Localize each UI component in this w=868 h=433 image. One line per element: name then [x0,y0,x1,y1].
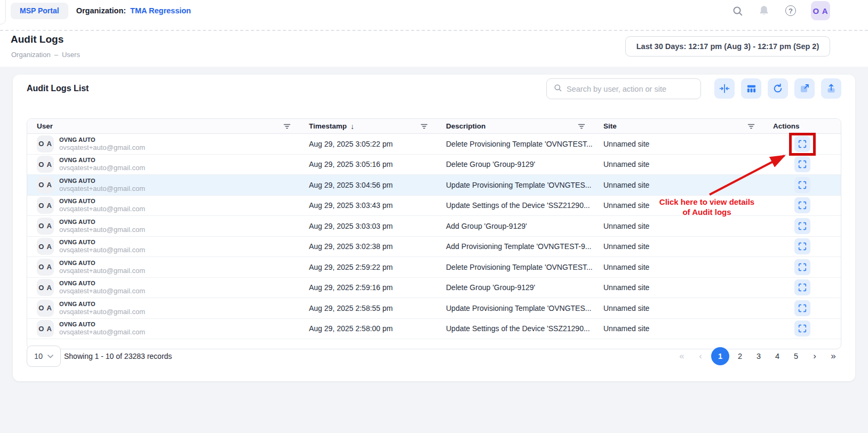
filter-icon[interactable] [747,123,755,130]
column-header-actions: Actions [763,119,841,133]
showing-records-text: Showing 1 - 10 of 23283 records [64,346,172,367]
OVNG AUTO[interactable]: O A OVNG AUTO ovsqatest+auto@gmail.com A… [27,216,841,237]
user-name: OVNG AUTO [59,238,145,246]
view-details-button[interactable] [794,259,810,275]
column-header-user[interactable]: User [27,119,299,133]
fit-columns-button[interactable] [714,78,735,99]
user-name: OVNG AUTO [59,197,145,205]
user-cell: O A OVNG AUTO ovsqatest+auto@gmail.com [27,155,299,175]
page-size-select[interactable]: 10 [27,346,61,367]
OVNG AUTO[interactable]: O A OVNG AUTO ovsqatest+auto@gmail.com A… [27,134,841,155]
actions-cell [763,216,841,236]
column-header-timestamp[interactable]: Timestamp ↓ [299,119,436,133]
site-cell: Unnamed site [594,278,763,298]
OVNG AUTO[interactable]: O A OVNG AUTO ovsqatest+auto@gmail.com A… [27,175,841,196]
timestamp-cell: Aug 29, 2025 2:59:16 pm [299,278,436,298]
organization-name-link[interactable]: TMA Regression [130,6,191,15]
timestamp-cell: Aug 29, 2025 3:05:22 pm [299,134,436,154]
grid-body: O A OVNG AUTO ovsqatest+auto@gmail.com A… [27,134,841,339]
user-name: OVNG AUTO [59,136,145,143]
actions-cell [763,278,841,298]
breadcrumb-item-organization[interactable]: Organization [11,51,51,59]
help-icon[interactable] [784,4,797,17]
view-details-button[interactable] [794,197,810,213]
user-email: ovsqatest+auto@gmail.com [59,185,145,194]
last-page-button[interactable]: » [825,348,841,365]
view-details-button[interactable] [794,177,810,193]
sort-desc-icon[interactable]: ↓ [351,122,354,131]
user-name: OVNG AUTO [59,218,145,226]
view-details-button[interactable] [794,300,810,316]
filter-icon[interactable] [283,123,291,130]
row-avatar: O A [37,320,54,337]
row-avatar: O A [37,218,54,235]
notifications-bell-icon[interactable] [758,4,770,17]
view-details-button[interactable] [794,238,810,254]
OVNG AUTO[interactable]: O A OVNG AUTO ovsqatest+auto@gmail.com A… [27,155,841,175]
OVNG AUTO[interactable]: O A OVNG AUTO ovsqatest+auto@gmail.com A… [27,319,841,340]
view-details-button[interactable] [794,218,810,234]
page-title: Audit Logs [11,34,63,45]
column-header-description[interactable]: Description [436,119,594,133]
timestamp-cell: Aug 29, 2025 3:02:38 pm [299,237,436,257]
table-columns-button[interactable] [741,78,761,99]
annotation-highlight-rectangle [789,133,816,156]
export-button[interactable] [821,78,841,99]
user-email: ovsqatest+auto@gmail.com [59,226,145,235]
date-range-button[interactable]: Last 30 Days: 12:17 pm (Aug 3) - 12:17 p… [625,36,830,57]
page-5-button[interactable]: 5 [788,348,804,365]
user-email: ovsqatest+auto@gmail.com [59,328,145,337]
row-avatar: O A [37,197,54,214]
user-name: OVNG AUTO [59,320,145,328]
description-cell: Add Group 'Group-9129' [436,216,594,236]
user-cell: O A OVNG AUTO ovsqatest+auto@gmail.com [27,278,299,298]
expand-details-icon [798,180,807,190]
view-details-button[interactable] [794,279,810,295]
refresh-button[interactable] [768,78,788,99]
search-icon[interactable] [731,4,744,17]
search-input[interactable] [567,85,694,93]
user-email: ovsqatest+auto@gmail.com [59,246,145,255]
view-details-button[interactable] [794,320,810,336]
OVNG AUTO[interactable]: O A OVNG AUTO ovsqatest+auto@gmail.com A… [27,278,841,299]
open-external-button[interactable] [794,78,815,99]
page-1-button[interactable]: 1 [711,347,729,365]
description-cell: Update Provisioning Template 'OVNGTES... [436,298,594,318]
header-divider [0,30,868,31]
view-details-button[interactable] [794,156,810,172]
filter-icon[interactable] [578,123,585,130]
page-4-button[interactable]: 4 [769,348,785,365]
first-page-button[interactable]: « [674,348,690,365]
site-cell: Unnamed site [594,237,763,257]
user-name: OVNG AUTO [59,177,145,185]
page-3-button[interactable]: 3 [751,348,767,365]
pagination: « ‹ 1 2 3 4 5 › » [674,346,841,367]
description-cell: Delete Group 'Group-9129' [436,278,594,298]
user-avatar[interactable]: O A [811,1,830,20]
msp-portal-button[interactable]: MSP Portal [11,3,68,19]
OVNG AUTO[interactable]: O A OVNG AUTO ovsqatest+auto@gmail.com A… [27,298,841,319]
site-cell: Unnamed site [594,216,763,236]
description-cell: Update Settings of the Device 'SSZ21290.… [436,319,594,339]
sidebar-toggle-notch[interactable] [0,0,6,25]
grid-toolbar [714,78,841,99]
OVNG AUTO[interactable]: O A OVNG AUTO ovsqatest+auto@gmail.com A… [27,237,841,258]
user-cell: O A OVNG AUTO ovsqatest+auto@gmail.com [27,237,299,257]
prev-page-button[interactable]: ‹ [692,348,708,365]
row-avatar: O A [37,300,54,317]
user-email: ovsqatest+auto@gmail.com [59,143,145,153]
page-2-button[interactable]: 2 [732,348,748,365]
breadcrumb-item-users[interactable]: Users [62,51,80,59]
annotation-text: Click here to view details of Audit logs [652,197,762,217]
column-header-site[interactable]: Site [594,119,763,133]
fit-columns-icon [719,83,730,94]
open-external-icon [799,83,810,94]
expand-details-icon [798,242,807,251]
OVNG AUTO[interactable]: O A OVNG AUTO ovsqatest+auto@gmail.com A… [27,257,841,278]
next-page-button[interactable]: › [807,348,823,365]
row-avatar: O A [37,238,54,255]
timestamp-cell: Aug 29, 2025 3:03:03 pm [299,216,436,236]
filter-icon[interactable] [420,123,428,130]
user-email: ovsqatest+auto@gmail.com [59,308,145,317]
actions-cell [763,257,841,277]
